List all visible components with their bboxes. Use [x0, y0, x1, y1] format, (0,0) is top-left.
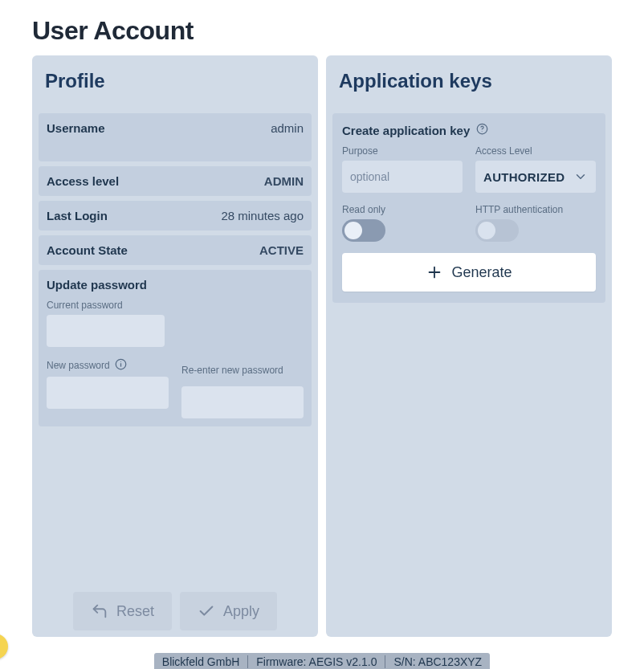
read-only-label: Read only — [342, 204, 463, 215]
profile-title: Profile — [45, 70, 305, 92]
footer-separator — [247, 655, 248, 668]
access-level-label: Access level — [47, 174, 119, 188]
footer-separator — [385, 655, 385, 668]
purpose-input[interactable] — [342, 161, 463, 193]
appkeys-title: Application keys — [339, 70, 599, 92]
new-password-label: New password — [47, 358, 169, 373]
account-state-label: Account State — [47, 243, 128, 257]
access-level-select[interactable]: AUTHORIZED — [475, 161, 596, 193]
help-icon[interactable] — [476, 123, 488, 137]
current-password-label: Current password — [47, 300, 304, 311]
update-password-title: Update password — [47, 278, 304, 292]
footer-firmware: Firmware: AEGIS v2.1.0 — [256, 655, 377, 668]
footer-company: Blickfeld GmbH — [162, 655, 239, 668]
new-password-input[interactable] — [47, 377, 169, 409]
read-only-toggle[interactable] — [342, 219, 385, 242]
username-label: Username — [47, 121, 105, 135]
access-level-selected: AUTHORIZED — [483, 170, 565, 184]
purpose-label: Purpose — [342, 145, 463, 157]
svg-point-4 — [482, 131, 483, 132]
http-auth-label: HTTP authentication — [475, 204, 596, 215]
apply-button[interactable]: Apply — [180, 592, 277, 630]
appkeys-panel: Application keys Create application key … — [326, 55, 612, 637]
reset-button[interactable]: Reset — [73, 592, 172, 630]
last-login-value: 28 minutes ago — [221, 209, 304, 222]
apply-button-label: Apply — [223, 603, 259, 620]
chevron-left-icon — [0, 641, 1, 652]
http-auth-toggle[interactable] — [475, 219, 519, 242]
footer-serial: S/N: ABC123XYZ — [393, 655, 482, 668]
generate-button-label: Generate — [451, 264, 512, 281]
page-title: User Account — [32, 16, 612, 46]
access-level-value: ADMIN — [264, 174, 304, 188]
info-icon[interactable] — [115, 358, 127, 373]
footer-bar: Blickfeld GmbH Firmware: AEGIS v2.1.0 S/… — [154, 653, 490, 669]
reset-button-label: Reset — [116, 603, 154, 620]
username-value: admin — [271, 121, 304, 135]
reenter-password-label: Re-enter new password — [181, 358, 304, 382]
last-login-label: Last Login — [47, 209, 108, 222]
svg-point-2 — [120, 361, 121, 362]
create-appkey-title: Create application key — [342, 124, 470, 137]
account-state-value: ACTIVE — [259, 243, 304, 257]
reenter-password-input[interactable] — [181, 386, 304, 418]
profile-panel: Profile Username admin Access level ADMI… — [32, 55, 318, 637]
access-level-dd-label: Access Level — [475, 145, 596, 157]
current-password-input[interactable] — [47, 315, 165, 347]
chevron-down-icon — [573, 169, 588, 184]
generate-button[interactable]: Generate — [342, 253, 596, 292]
